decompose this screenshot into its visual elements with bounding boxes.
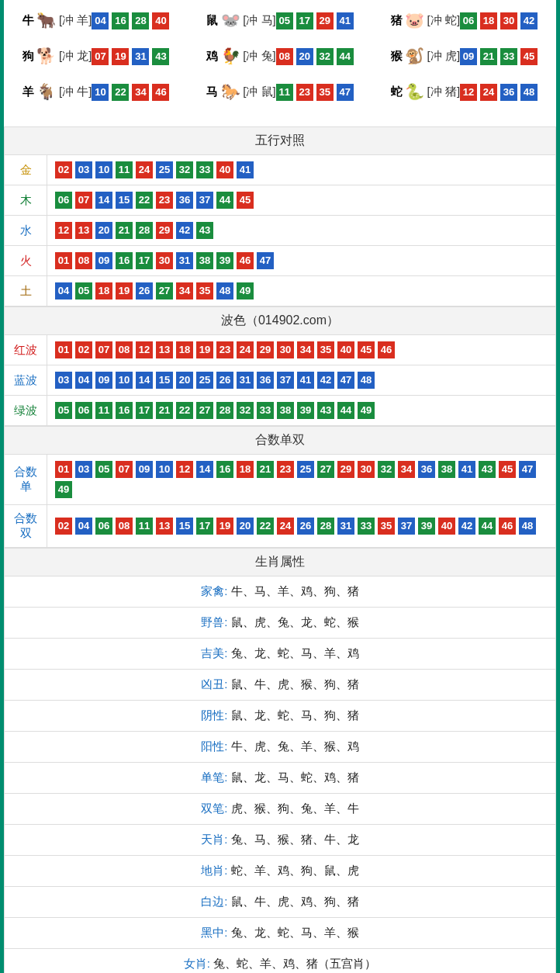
number-ball: 10 <box>156 461 173 478</box>
number-ball: 22 <box>112 84 129 101</box>
zodiac-cell: 鼠🐭[冲 马]05172941 <box>188 8 372 43</box>
zodiac-label: 马🐎[冲 鼠] <box>206 82 276 101</box>
number-ball: 26 <box>216 372 233 389</box>
number-ball: 23 <box>296 84 313 101</box>
row-balls: 0103050709101214161821232527293032343638… <box>47 455 556 505</box>
attr-row: 野兽: 鼠、虎、兔、龙、蛇、猴 <box>4 608 556 639</box>
ball-row: 09213345 <box>460 48 538 65</box>
attr-term: 凶丑: <box>201 677 230 691</box>
wuxing-title: 五行对照 <box>5 127 556 155</box>
number-ball: 42 <box>176 222 193 239</box>
number-ball: 22 <box>136 192 153 209</box>
number-ball: 18 <box>237 461 254 478</box>
number-ball: 12 <box>55 222 72 239</box>
zodiac-name: 马 <box>206 85 218 99</box>
number-ball: 09 <box>95 252 112 269</box>
number-ball: 13 <box>156 518 173 535</box>
attr-term: 野兽: <box>201 615 230 628</box>
number-ball: 04 <box>75 518 92 535</box>
zodiac-name: 蛇 <box>391 85 403 99</box>
zodiac-label: 牛🐂[冲 羊] <box>22 11 92 29</box>
number-ball: 49 <box>55 481 72 498</box>
number-ball: 03 <box>55 372 72 389</box>
number-ball: 49 <box>358 402 375 419</box>
heshu-title: 合数单双 <box>5 427 556 455</box>
zodiac-clash: [冲 牛] <box>59 85 92 99</box>
attr-term: 阳性: <box>201 739 230 753</box>
number-ball: 40 <box>438 518 455 535</box>
zodiac-grid: 牛🐂[冲 羊]04162840鼠🐭[冲 马]05172941猪🐷[冲 蛇]061… <box>4 0 556 126</box>
row-label: 红波 <box>5 335 47 365</box>
ball-row: 05172941 <box>276 12 354 29</box>
attr-value: 兔、龙、蛇、马、羊、鸡 <box>231 646 359 660</box>
number-ball: 47 <box>337 84 354 101</box>
attr-term: 白边: <box>201 895 230 908</box>
zodiac-cell: 马🐎[冲 鼠]11233547 <box>188 79 372 115</box>
number-ball: 21 <box>156 402 173 419</box>
number-ball: 15 <box>156 372 173 389</box>
zodiac-label: 猴🐒[冲 虎] <box>391 47 461 65</box>
zodiac-animal-icon: 🐭 <box>219 11 242 29</box>
number-ball: 43 <box>479 461 496 478</box>
zodiac-label: 蛇🐍[冲 猪] <box>391 82 461 101</box>
row-balls: 0204060811131517192022242628313335373940… <box>47 505 556 548</box>
number-ball: 04 <box>92 12 109 29</box>
heshu-table: 合数单双 合数单01030507091012141618212325272930… <box>4 426 556 548</box>
ball-row: 06183042 <box>460 12 538 29</box>
number-ball: 18 <box>176 341 193 358</box>
number-ball: 19 <box>196 341 213 358</box>
attr-value: 鼠、龙、蛇、马、狗、猪 <box>231 708 359 722</box>
number-ball: 29 <box>156 222 173 239</box>
number-ball: 17 <box>136 252 153 269</box>
zodiac-animal-icon: 🐍 <box>403 82 427 101</box>
row-balls: 02031011242532334041 <box>47 155 556 185</box>
number-ball: 42 <box>317 372 334 389</box>
attr-row: 女肖: 兔、蛇、羊、鸡、猪（五宫肖） <box>4 949 556 973</box>
zodiac-animal-icon: 🐐 <box>35 82 58 101</box>
number-ball: 33 <box>257 402 274 419</box>
row-balls: 0108091617303138394647 <box>47 246 556 276</box>
number-ball: 31 <box>237 372 254 389</box>
zodiac-animal-icon: 🐂 <box>35 11 58 29</box>
attr-row: 阴性: 鼠、龙、蛇、马、狗、猪 <box>4 701 556 732</box>
zodiac-cell: 猴🐒[冲 虎]09213345 <box>372 43 556 79</box>
attr-row: 单笔: 鼠、龙、马、蛇、鸡、猪 <box>4 763 556 794</box>
table-row: 金02031011242532334041 <box>5 155 556 185</box>
zodiac-label: 羊🐐[冲 牛] <box>22 82 92 101</box>
number-ball: 24 <box>480 84 497 101</box>
number-ball: 05 <box>95 461 112 478</box>
bose-table: 波色（014902.com） 红波01020708121318192324293… <box>4 306 556 426</box>
number-ball: 09 <box>136 461 153 478</box>
number-ball: 40 <box>216 161 233 178</box>
attr-value: 兔、蛇、羊、鸡、猪（五宫肖） <box>213 957 376 970</box>
number-ball: 06 <box>460 12 477 29</box>
number-ball: 26 <box>136 282 153 300</box>
number-ball: 31 <box>176 252 193 269</box>
table-row: 合数双0204060811131517192022242628313335373… <box>5 505 556 548</box>
number-ball: 22 <box>257 518 274 535</box>
number-ball: 10 <box>116 372 133 389</box>
number-ball: 28 <box>132 12 149 29</box>
attr-row: 黑中: 兔、龙、蛇、马、羊、猴 <box>4 918 556 949</box>
zodiac-animal-icon: 🐒 <box>403 47 427 65</box>
number-ball: 41 <box>458 461 475 478</box>
number-ball: 23 <box>216 341 233 358</box>
attr-row: 阳性: 牛、虎、兔、羊、猴、鸡 <box>4 732 556 763</box>
attr-value: 兔、马、猴、猪、牛、龙 <box>231 833 359 846</box>
attr-value: 牛、马、羊、鸡、狗、猪 <box>231 584 359 597</box>
number-ball: 29 <box>316 12 334 29</box>
table-row: 土04051819262734354849 <box>5 276 556 306</box>
zodiac-name: 羊 <box>22 85 34 99</box>
number-ball: 43 <box>317 402 334 419</box>
number-ball: 24 <box>237 341 254 358</box>
zodiac-cell: 牛🐂[冲 羊]04162840 <box>4 8 188 43</box>
number-ball: 39 <box>297 402 314 419</box>
number-ball: 45 <box>520 48 538 65</box>
number-ball: 08 <box>75 252 92 269</box>
number-ball: 13 <box>75 222 92 239</box>
attr-value: 鼠、虎、兔、龙、蛇、猴 <box>231 615 359 628</box>
ball-row: 12243648 <box>460 84 538 101</box>
attr-row: 白边: 鼠、牛、虎、鸡、狗、猪 <box>4 887 556 918</box>
number-ball: 41 <box>297 372 314 389</box>
number-ball: 16 <box>116 402 133 419</box>
